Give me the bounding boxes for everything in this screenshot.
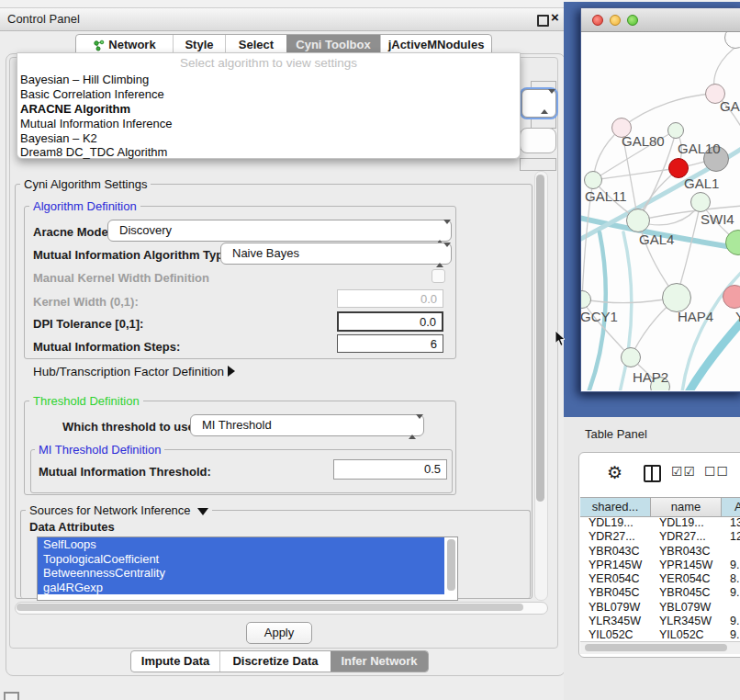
table-hscrollbar-thumb[interactable] <box>585 644 727 651</box>
cell[interactable]: YBR043C <box>651 545 722 559</box>
cell[interactable]: YLR345W <box>651 615 722 628</box>
cell[interactable]: 8. <box>722 572 740 586</box>
table-panel-box: ⚙ ☑☑ ☐☐ shared... name A YDL19... YDL19.… <box>578 452 740 658</box>
cell[interactable] <box>722 545 740 559</box>
dropdown-item[interactable]: Bayesian – K2 <box>20 131 97 145</box>
cell[interactable]: YPR145W <box>651 559 722 572</box>
aracne-mode-combo[interactable]: Discovery <box>107 220 452 242</box>
column-header[interactable]: shared... <box>580 498 651 516</box>
table-row[interactable]: YBR043C YBR043C <box>580 545 740 559</box>
cell[interactable]: YDR27... <box>580 530 651 544</box>
combo-arrows-icon <box>436 247 443 260</box>
network-node[interactable] <box>621 347 641 367</box>
network-node[interactable] <box>626 209 650 232</box>
table-row[interactable]: YBR045C YBR045C 9. <box>580 586 740 600</box>
cell[interactable]: YDR27... <box>651 530 722 544</box>
docked-panel-icon[interactable] <box>4 692 19 700</box>
minimize-traffic-light-icon[interactable] <box>610 15 621 26</box>
threshold-definition-title: Threshold Definition <box>29 394 143 408</box>
table-row[interactable]: YDL19... YDL19... 13 <box>580 516 740 530</box>
dropdown-item-selected[interactable]: ARACNE Algorithm <box>20 102 130 116</box>
dpi-tolerance-field[interactable]: 0.0 <box>337 311 443 332</box>
cell[interactable]: YDL19... <box>580 516 651 530</box>
settings-hscrollbar-thumb[interactable] <box>17 604 523 611</box>
cell[interactable]: 9. <box>722 615 740 628</box>
close-traffic-light-icon[interactable] <box>592 15 603 26</box>
mi-steps-field[interactable]: 6 <box>337 334 443 353</box>
table-row[interactable]: YLR345W YLR345W 9. <box>580 615 740 628</box>
cell[interactable]: YBR043C <box>580 545 651 559</box>
table-row[interactable]: YDR27... YDR27... 12 <box>580 530 740 544</box>
cell[interactable]: YER054C <box>580 572 651 586</box>
cell[interactable]: YPR145W <box>580 559 651 572</box>
tab-infer-network[interactable]: Infer Network <box>331 651 428 672</box>
hidden-combo-fragment[interactable] <box>520 128 556 153</box>
cell[interactable]: 9. <box>722 628 740 639</box>
data-attributes-list[interactable]: SelfLoops TopologicalCoefficient Between… <box>37 536 458 601</box>
close-icon[interactable]: × <box>551 9 559 25</box>
expand-arrow-icon[interactable] <box>228 366 235 377</box>
table-row[interactable]: YER054C YER054C 8. <box>580 572 740 586</box>
cell[interactable] <box>722 601 740 615</box>
list-item[interactable]: BetweennessCentrality <box>38 566 444 581</box>
sources-group-title[interactable]: Sources for Network Inference <box>26 503 212 517</box>
network-node[interactable] <box>690 192 711 212</box>
cell[interactable]: 9. <box>722 586 740 600</box>
cell[interactable]: 12 <box>722 530 740 544</box>
network-window-titlebar[interactable] <box>581 8 740 32</box>
collapse-arrow-icon[interactable] <box>197 508 208 515</box>
mi-threshold-group-title: MI Threshold Definition <box>35 443 164 457</box>
mi-algorithm-type-combo[interactable]: Naive Bayes <box>220 243 452 265</box>
table-row[interactable]: YBL079W YBL079W <box>580 601 740 615</box>
cell[interactable]: YDL19... <box>651 516 722 530</box>
cell[interactable]: 13 <box>722 516 740 530</box>
network-canvas[interactable]: GAL80 GAL10 GAL11 GAL1 SWI4 GAL4 GCY1 HA… <box>581 32 740 390</box>
tab-impute-data[interactable]: Impute Data <box>131 651 219 672</box>
list-scrollbar[interactable] <box>447 539 455 591</box>
table-row[interactable]: YPR145W YPR145W 9. <box>580 559 740 572</box>
dropdown-item[interactable]: Dream8 DC_TDC Algorithm <box>20 145 167 159</box>
network-node[interactable] <box>723 285 740 309</box>
dropdown-item[interactable]: Bayesian – Hill Climbing <box>20 73 149 86</box>
table-row[interactable]: YIL052C YIL052C 9. <box>580 628 740 639</box>
hub-tf-definition-label[interactable]: Hub/Transcription Factor Definition <box>33 365 224 378</box>
hidden-focused-combo-fragment[interactable] <box>521 89 556 118</box>
node-label: GAL1 <box>684 175 719 191</box>
bottom-tabs: Impute Data Discretize Data Infer Networ… <box>130 650 429 672</box>
kernel-width-field[interactable]: 0.0 <box>337 289 443 308</box>
cell[interactable]: YIL052C <box>580 628 651 639</box>
column-header[interactable]: A <box>722 498 740 516</box>
float-window-icon[interactable] <box>537 15 549 27</box>
cell[interactable]: YBL079W <box>651 601 722 615</box>
data-attributes-label: Data Attributes <box>29 520 115 534</box>
dropdown-item[interactable]: Mutual Information Inference <box>20 117 172 130</box>
zoom-traffic-light-icon[interactable] <box>627 15 638 26</box>
cell[interactable]: 9. <box>722 559 740 572</box>
network-window[interactable]: GAL80 GAL10 GAL11 GAL1 SWI4 GAL4 GCY1 HA… <box>580 7 740 392</box>
mi-threshold-field[interactable]: 0.5 <box>333 459 447 480</box>
split-columns-icon[interactable] <box>644 465 661 482</box>
network-node[interactable] <box>667 122 684 139</box>
dropdown-item[interactable]: Basic Correlation Inference <box>20 87 164 101</box>
list-item[interactable]: SelfLoops <box>38 537 444 552</box>
manual-kernel-checkbox[interactable] <box>432 269 445 283</box>
cell[interactable]: YBL079W <box>580 601 651 615</box>
column-header[interactable]: name <box>651 498 722 516</box>
unchecked-checkboxes-icon[interactable]: ☐☐ <box>704 464 729 479</box>
which-threshold-combo[interactable]: MI Threshold <box>190 414 424 436</box>
cell[interactable]: YLR345W <box>580 615 651 628</box>
settings-vscrollbar-thumb[interactable] <box>536 175 544 502</box>
checked-checkboxes-icon[interactable]: ☑☑ <box>671 464 696 479</box>
list-item[interactable]: gal4RGexp <box>38 581 444 595</box>
cell[interactable]: YBR045C <box>651 586 722 600</box>
tab-discretize-data[interactable]: Discretize Data <box>219 651 331 672</box>
cell[interactable]: YBR045C <box>580 586 651 600</box>
apply-button[interactable]: Apply <box>246 622 312 644</box>
network-node[interactable] <box>584 171 602 189</box>
gear-icon[interactable]: ⚙ <box>607 462 622 483</box>
table-header-row: shared... name A <box>580 497 740 517</box>
list-item[interactable]: TopologicalCoefficient <box>38 552 444 567</box>
cell[interactable]: YER054C <box>651 572 722 586</box>
cell[interactable]: YIL052C <box>651 628 722 639</box>
table-hscrollbar-track[interactable] <box>580 641 740 654</box>
